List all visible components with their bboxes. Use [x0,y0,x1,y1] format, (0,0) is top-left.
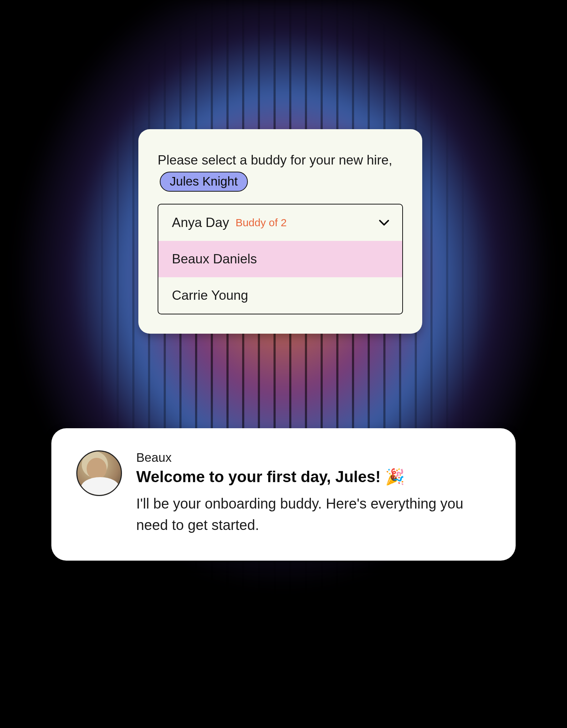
new-hire-pill: Jules Knight [160,172,248,192]
option-name: Anya Day [172,215,229,230]
dropdown-option-beaux[interactable]: Beaux Daniels [158,241,402,277]
sender-name: Beaux [136,450,491,465]
option-badge: Buddy of 2 [235,217,286,229]
dropdown-option-anya[interactable]: Anya Day Buddy of 2 [158,204,402,241]
prompt-text: Please select a buddy for your new hire,… [158,150,403,192]
new-hire-name: Jules Knight [170,174,238,189]
option-name: Beaux Daniels [172,252,257,267]
dropdown-option-carrie[interactable]: Carrie Young [158,277,402,314]
avatar [76,450,122,496]
buddy-select-card: Please select a buddy for your new hire,… [138,129,422,334]
prompt-prefix: Please select a buddy for your new hire, [158,153,392,167]
message-headline: Welcome to your first day, Jules! 🎉 [136,467,491,486]
chevron-down-icon [379,219,389,226]
message-body: Beaux Welcome to your first day, Jules! … [136,450,491,536]
welcome-message-card: Beaux Welcome to your first day, Jules! … [51,428,516,561]
option-name: Carrie Young [172,288,248,303]
message-text: I'll be your onboarding buddy. Here's ev… [136,493,491,536]
background-stripes [70,0,497,728]
buddy-dropdown[interactable]: Anya Day Buddy of 2 Beaux Daniels Carrie… [158,204,403,314]
